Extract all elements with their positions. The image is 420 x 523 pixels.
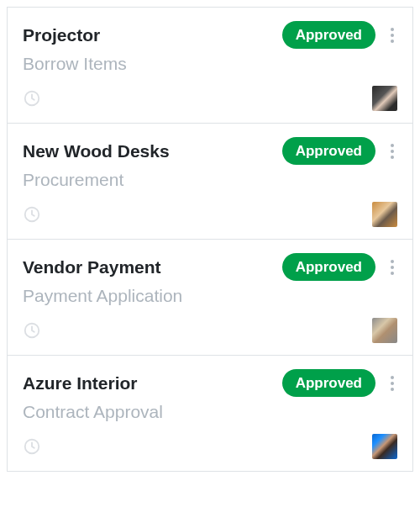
kebab-menu-icon[interactable] <box>387 140 397 162</box>
card-header-right: Approved <box>282 137 397 165</box>
card-header-right: Approved <box>282 253 397 281</box>
approval-card[interactable]: Projector Approved Borrow Items <box>7 7 413 124</box>
clock-icon <box>23 205 41 224</box>
status-badge: Approved <box>282 21 375 49</box>
card-title: Azure Interior <box>23 372 138 394</box>
card-subtitle: Contract Approval <box>23 402 397 422</box>
card-header: New Wood Desks Approved <box>23 137 397 165</box>
card-header: Vendor Payment Approved <box>23 253 397 281</box>
card-footer <box>23 202 397 227</box>
avatar[interactable] <box>372 434 397 459</box>
card-footer <box>23 434 397 459</box>
kebab-menu-icon[interactable] <box>387 256 397 278</box>
card-subtitle: Payment Application <box>23 286 397 306</box>
card-footer <box>23 86 397 111</box>
card-footer <box>23 318 397 343</box>
clock-icon <box>23 437 41 456</box>
avatar[interactable] <box>372 318 397 343</box>
approval-card[interactable]: Vendor Payment Approved Payment Applicat… <box>7 239 413 356</box>
kebab-menu-icon[interactable] <box>387 372 397 394</box>
status-badge: Approved <box>282 137 375 165</box>
approval-card-list: Projector Approved Borrow Items New Wood… <box>0 0 420 478</box>
clock-icon <box>23 321 41 340</box>
card-header-right: Approved <box>282 369 397 397</box>
card-header: Projector Approved <box>23 21 397 49</box>
avatar[interactable] <box>372 202 397 227</box>
card-header: Azure Interior Approved <box>23 369 397 397</box>
card-title: Vendor Payment <box>23 256 161 277</box>
card-subtitle: Borrow Items <box>23 54 397 74</box>
approval-card[interactable]: Azure Interior Approved Contract Approva… <box>7 355 413 472</box>
card-title: New Wood Desks <box>23 140 170 161</box>
card-header-right: Approved <box>282 21 397 49</box>
clock-icon <box>23 89 41 108</box>
status-badge: Approved <box>282 253 375 281</box>
approval-card[interactable]: New Wood Desks Approved Procurement <box>7 123 413 240</box>
card-title: Projector <box>23 24 100 45</box>
kebab-menu-icon[interactable] <box>387 24 397 46</box>
card-subtitle: Procurement <box>23 170 397 190</box>
status-badge: Approved <box>282 369 375 397</box>
avatar[interactable] <box>372 86 397 111</box>
